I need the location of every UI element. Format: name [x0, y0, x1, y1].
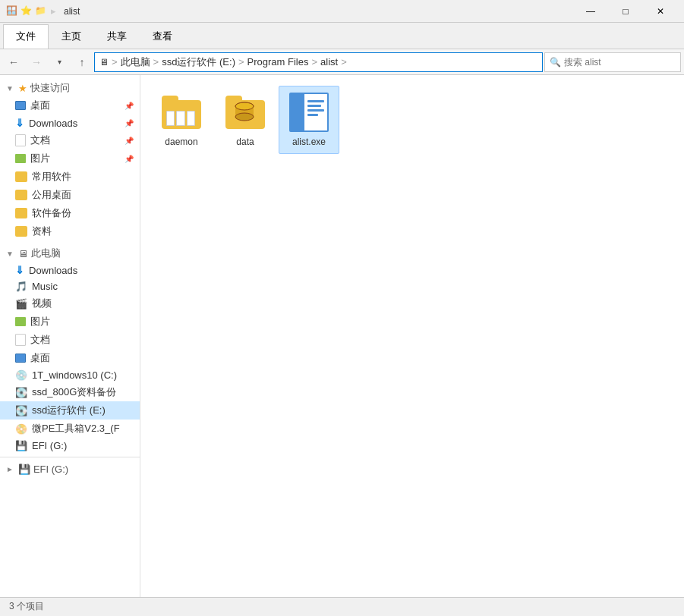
sidebar-item-video[interactable]: 🎬 视频 [0, 294, 140, 313]
sidebar-item-docs[interactable]: 文档 📌 [0, 131, 140, 149]
sidebar-item-docs-pc[interactable]: 文档 [0, 331, 140, 349]
drive-icon-800g: 💽 [15, 387, 27, 398]
chevron-down-icon-pc: ▼ [6, 250, 14, 258]
music-icon: 🎵 [15, 281, 27, 292]
back-button[interactable]: ← [3, 52, 24, 72]
file-item-daemon[interactable]: daemon [151, 86, 212, 154]
pin-icon-images: 📌 [125, 155, 134, 163]
sidebar-item-images[interactable]: 图片 📌 [0, 149, 140, 168]
svg-point-2 [235, 113, 254, 121]
ribbon-tabs: 文件 主页 共享 查看 [0, 23, 684, 49]
drive-icon-e: 💽 [15, 405, 27, 416]
sidebar-item-music[interactable]: 🎵 Music [0, 278, 140, 294]
desktop-icon [15, 101, 26, 110]
folder-icon-2 [15, 190, 27, 200]
title-controls: — □ ✕ [573, 0, 678, 23]
sidebar-item-drive-800g[interactable]: 💽 ssd_800G资料备份 [0, 383, 140, 401]
address-bar: ← → ▾ ↑ 🖥 > 此电脑 > ssd运行软件 (E:) > Program… [0, 49, 684, 75]
path-segment-3[interactable]: Program Files [247, 56, 309, 68]
title-icon-1: 🪟 [6, 5, 17, 17]
tab-view[interactable]: 查看 [140, 24, 185, 49]
efi-drive-icon: 💾 [18, 464, 30, 475]
close-button[interactable]: ✕ [643, 0, 678, 23]
tab-home[interactable]: 主页 [49, 24, 94, 49]
chevron-down-icon: ▼ [6, 84, 14, 93]
title-separator: ▸ [51, 5, 56, 17]
address-path[interactable]: 🖥 > 此电脑 > ssd运行软件 (E:) > Program Files >… [94, 52, 543, 72]
dropdown-button[interactable]: ▾ [49, 52, 70, 72]
sidebar-item-public-desktop[interactable]: 公用桌面 [0, 186, 140, 204]
downloads-icon-quick: ⇓ [15, 117, 24, 129]
main-layout: ▼ ★ 快速访问 桌面 📌 ⇓ Downloads 📌 文档 📌 图片 📌 [0, 75, 684, 597]
minimize-button[interactable]: — [573, 0, 608, 23]
sidebar-item-common-software[interactable]: 常用软件 [0, 168, 140, 186]
path-icon: 🖥 [99, 57, 109, 68]
drive-icon-f: 📀 [15, 423, 27, 435]
pin-icon-downloads: 📌 [125, 119, 134, 127]
drive-icon-c: 💿 [15, 369, 27, 381]
forward-button[interactable]: → [26, 52, 47, 72]
file-grid: daemon [148, 83, 676, 157]
item-count: 3 个项目 [9, 600, 44, 613]
folder-icon-4 [15, 226, 27, 237]
docs-icon [15, 134, 26, 146]
sidebar-item-materials[interactable]: 资料 [0, 222, 140, 240]
images-icon-pc [15, 317, 26, 326]
star-icon: ★ [18, 83, 27, 94]
drive-icon-g1: 💾 [15, 440, 27, 451]
ribbon: 文件 主页 共享 查看 [0, 23, 684, 49]
file-label-alist-exe: alist.exe [292, 137, 326, 149]
downloads-icon-pc: ⇓ [15, 264, 24, 276]
quick-access-label[interactable]: ▼ ★ 快速访问 [0, 78, 140, 96]
path-segment-2[interactable]: ssd运行软件 (E:) [162, 55, 235, 69]
sidebar-item-drive-f[interactable]: 📀 微PE工具箱V2.3_(F [0, 420, 140, 438]
up-button[interactable]: ↑ [71, 52, 93, 72]
pin-icon-desktop: 📌 [125, 102, 134, 110]
path-segment-4[interactable]: alist [320, 56, 338, 68]
sidebar-item-drive-c[interactable]: 💿 1T_windows10 (C:) [0, 367, 140, 383]
desktop-icon-pc [15, 354, 26, 363]
sidebar-item-downloads-pc[interactable]: ⇓ Downloads [0, 262, 140, 278]
search-input[interactable] [564, 57, 676, 68]
search-icon: 🔍 [550, 57, 561, 68]
maximize-button[interactable]: □ [608, 0, 643, 23]
title-icon-3: 📁 [35, 5, 46, 17]
sidebar-divider [0, 457, 140, 457]
folder-icon-1 [15, 171, 27, 182]
sidebar-item-drive-g1[interactable]: 💾 EFI (G:) [0, 438, 140, 454]
title-icon-2: ⭐ [20, 5, 32, 17]
file-item-alist-exe[interactable]: alist.exe [279, 86, 339, 154]
video-icon: 🎬 [15, 298, 27, 310]
svg-point-3 [235, 102, 254, 110]
folder-icon-3 [15, 208, 27, 218]
content-area: daemon [140, 75, 684, 597]
pin-icon-docs: 📌 [125, 137, 134, 145]
title-bar: 🪟 ⭐ 📁 ▸ alist — □ ✕ [0, 0, 684, 23]
tab-file[interactable]: 文件 [3, 24, 49, 49]
search-box[interactable]: 🔍 [544, 52, 681, 72]
file-item-data[interactable]: data [215, 86, 276, 154]
sidebar-item-downloads-quick[interactable]: ⇓ Downloads 📌 [0, 115, 140, 131]
sidebar-item-software-backup[interactable]: 软件备份 [0, 204, 140, 222]
this-pc-label[interactable]: ▼ 🖥 此电脑 [0, 244, 140, 262]
sidebar-item-images-pc[interactable]: 图片 [0, 313, 140, 331]
file-label-data: data [236, 137, 254, 149]
file-icon-daemon [160, 91, 203, 134]
pc-icon: 🖥 [18, 248, 28, 259]
docs-icon-pc [15, 334, 26, 346]
file-label-daemon: daemon [165, 137, 197, 149]
chevron-right-icon: ► [6, 465, 14, 473]
file-icon-data [224, 91, 266, 134]
tab-share[interactable]: 共享 [94, 24, 140, 49]
file-icon-alist-exe [288, 91, 330, 134]
images-icon [15, 154, 26, 163]
sidebar-item-desktop[interactable]: 桌面 📌 [0, 96, 140, 115]
title-text: alist [64, 6, 80, 17]
sidebar-item-desktop-pc[interactable]: 桌面 [0, 349, 140, 367]
title-bar-icons: 🪟 ⭐ 📁 ▸ [6, 5, 58, 17]
sidebar-item-drive-e[interactable]: 💽 ssd运行软件 (E:) [0, 401, 140, 420]
path-segment-1[interactable]: 此电脑 [121, 55, 150, 69]
status-bar: 3 个项目 [0, 597, 684, 615]
sidebar-item-efi-section[interactable]: ► 💾 EFI (G:) [0, 460, 140, 476]
sidebar: ▼ ★ 快速访问 桌面 📌 ⇓ Downloads 📌 文档 📌 图片 📌 [0, 75, 140, 597]
